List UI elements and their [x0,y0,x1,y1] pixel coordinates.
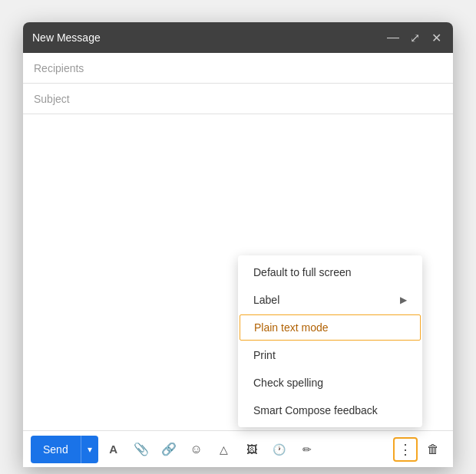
pen-icon: ✏ [302,443,312,456]
menu-item-print[interactable]: Print [238,341,422,369]
emoji-icon: ☺ [190,443,203,456]
menu-item-default-fullscreen[interactable]: Default to full screen [238,258,422,286]
header-actions: — ⤢ ✕ [385,30,444,45]
compose-toolbar: Send ▾ A 📎 🔗 ☺ △ 🖼 🕐 ✏ ⋮ [23,430,453,467]
schedule-icon: 🕐 [273,443,286,456]
menu-item-smart-compose[interactable]: Smart Compose feedback [238,397,422,424]
attach-button[interactable]: 📎 [129,437,154,462]
send-dropdown-arrow[interactable]: ▾ [81,436,98,463]
send-button[interactable]: Send ▾ [31,436,98,463]
menu-item-label: Print [253,349,276,361]
photo-button[interactable]: 🖼 [240,437,264,462]
link-icon: 🔗 [161,442,177,456]
recipients-placeholder: Recipients [34,62,84,74]
photo-icon: 🖼 [246,443,257,456]
menu-item-label: Check spelling [253,377,323,389]
drive-button[interactable]: △ [212,437,236,462]
emoji-button[interactable]: ☺ [184,437,209,462]
more-icon: ⋮ [398,443,412,456]
discard-button[interactable]: 🗑 [421,437,445,462]
menu-item-label: Plain text mode [254,321,329,334]
formatting-button[interactable]: A [101,437,126,462]
menu-item-label[interactable]: Label▶ [238,286,422,314]
menu-item-label: Default to full screen [253,266,352,278]
formatting-icon: A [109,443,117,456]
menu-item-check-spelling[interactable]: Check spelling [238,369,422,397]
compose-header: New Message — ⤢ ✕ [23,22,453,53]
compose-window: New Message — ⤢ ✕ Recipients Subject Def… [23,22,453,467]
subject-field[interactable]: Subject [23,84,453,114]
menu-item-plain-text[interactable]: Plain text mode [240,314,421,341]
minimize-button[interactable]: — [385,30,401,45]
close-button[interactable]: ✕ [428,30,444,45]
link-button[interactable]: 🔗 [157,437,181,462]
drive-icon: △ [220,443,228,456]
recipients-field[interactable]: Recipients [23,53,453,84]
pen-button[interactable]: ✏ [295,437,319,462]
subject-placeholder: Subject [34,93,70,105]
submenu-arrow-icon: ▶ [400,295,407,305]
schedule-button[interactable]: 🕐 [267,437,292,462]
context-menu: Default to full screenLabel▶Plain text m… [238,255,422,427]
fullscreen-button[interactable]: ⤢ [407,30,422,45]
attach-icon: 📎 [134,442,149,456]
menu-item-label: Smart Compose feedback [253,404,378,416]
menu-item-label: Label [253,294,279,306]
more-options-button[interactable]: ⋮ [393,437,418,462]
discard-icon: 🗑 [427,443,439,456]
compose-title: New Message [32,31,101,44]
send-label: Send [31,436,81,463]
